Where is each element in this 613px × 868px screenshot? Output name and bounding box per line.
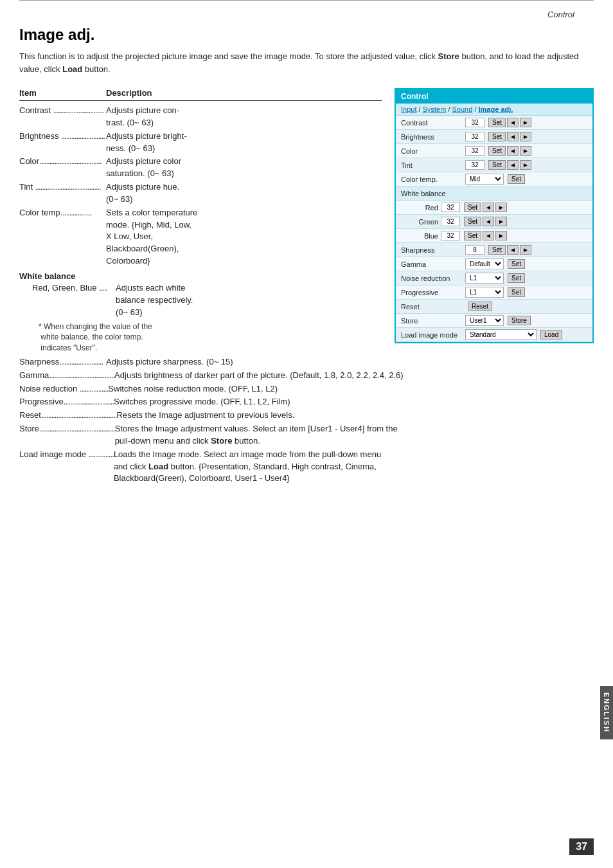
breadcrumb-sound[interactable]: Sound: [452, 105, 473, 113]
input-contrast[interactable]: [465, 118, 484, 127]
breadcrumb-imageadj[interactable]: Image adj.: [479, 105, 513, 113]
item-color: Color...................................…: [19, 156, 382, 180]
store-button[interactable]: Store: [508, 316, 531, 325]
label-sharpness: Sharpness: [401, 246, 465, 254]
left-column: Item Description Contrast ..............…: [19, 88, 382, 354]
input-color[interactable]: [465, 146, 484, 156]
input-sharpness[interactable]: [465, 245, 484, 255]
item-brightness: Brightness .......................... Ad…: [19, 131, 382, 155]
control-row-wb-header: White balance: [396, 186, 592, 201]
select-colortemp[interactable]: Mid High Low X Low User: [465, 174, 504, 185]
input-brightness[interactable]: [465, 132, 484, 141]
set-brightness-button[interactable]: Set: [488, 132, 506, 141]
inc-wb-blue-button[interactable]: ►: [495, 231, 507, 240]
dec-tint-button[interactable]: ◄: [507, 160, 519, 170]
breadcrumb-system[interactable]: System: [423, 105, 447, 113]
full-item-sharpness: Sharpness.......................... Adju…: [19, 356, 594, 368]
set-sharpness-button[interactable]: Set: [488, 245, 506, 255]
set-wb-blue-button[interactable]: Set: [464, 231, 481, 240]
set-wb-red-button[interactable]: Set: [464, 203, 481, 212]
control-row-load: Load image mode Standard Presentation Hi…: [396, 328, 592, 342]
full-items-section: Sharpness.......................... Adju…: [19, 356, 594, 485]
dec-contrast-button[interactable]: ◄: [507, 118, 519, 127]
item-name-colortemp: Color temp..................: [19, 208, 91, 217]
control-row-contrast: Contrast Set ◄ ►: [396, 116, 592, 130]
item-desc-tint: Adjusts picture hue.(0~ 63): [106, 181, 382, 206]
reset-button[interactable]: Reset: [468, 302, 492, 311]
label-brightness: Brightness: [401, 133, 465, 141]
select-progressive[interactable]: L1 OFF L2 Film: [465, 287, 504, 298]
set-noise-button[interactable]: Set: [508, 273, 525, 283]
dec-sharpness-button[interactable]: ◄: [507, 245, 519, 255]
item-desc-contrast: Adjusts picture con-trast. (0~ 63): [106, 105, 382, 129]
label-gamma: Gamma: [401, 260, 465, 268]
item-tint: Tint ...................................…: [19, 181, 382, 206]
item-desc-color: Adjusts picture colorsaturation. (0~ 63): [106, 156, 382, 180]
item-contrast: Contrast .............................. …: [19, 105, 382, 129]
select-gamma[interactable]: Default 1.8 2.0 2.2 2.4 2.6: [465, 258, 504, 269]
main-content: Image adj. This function is to adjust th…: [0, 19, 613, 512]
select-store[interactable]: User1 User2 User3 User4: [465, 315, 504, 326]
control-breadcrumb: Input / System / Sound / Image adj.: [396, 104, 592, 116]
input-wb-red[interactable]: [441, 203, 460, 212]
two-column-layout: Item Description Contrast ..............…: [19, 88, 594, 354]
full-item-noise: Noise reduction ................. Switch…: [19, 383, 594, 395]
inc-contrast-button[interactable]: ►: [520, 118, 531, 127]
set-colortemp-button[interactable]: Set: [508, 174, 525, 184]
intro-paragraph: This function is to adjust the projected…: [19, 50, 594, 75]
label-noise: Noise reduction: [401, 275, 465, 282]
label-tint: Tint: [401, 161, 465, 169]
label-load: Load image mode: [401, 331, 465, 339]
desc-reset-full: Resets the Image adjustment to previous …: [117, 410, 594, 422]
item-desc-brightness: Adjusts picture bright-ness. (0~ 63): [106, 131, 382, 155]
section-label: Control: [547, 10, 574, 19]
desc-sharpness-full: Adjusts picture sharpness. (0~ 15): [106, 356, 594, 368]
control-row-wb-blue: Blue Set ◄ ►: [396, 229, 592, 243]
page-container: Control Image adj. This function is to a…: [0, 0, 613, 868]
desc-progressive-full: Switches progressive mode. (OFF, L1, L2,…: [114, 396, 594, 408]
full-item-store: Store...................................…: [19, 423, 594, 448]
label-wb: White balance: [401, 190, 465, 197]
inc-sharpness-button[interactable]: ►: [520, 245, 531, 255]
full-item-progressive: Progressive.............................…: [19, 396, 594, 408]
control-panel-header: Control: [396, 89, 592, 104]
set-wb-green-button[interactable]: Set: [464, 217, 481, 226]
select-load[interactable]: Standard Presentation High contrast Cine…: [465, 329, 537, 340]
item-name-brightness: Brightness ..........................: [19, 131, 105, 141]
dec-wb-blue-button[interactable]: ◄: [483, 231, 494, 240]
input-wb-blue[interactable]: [441, 231, 460, 240]
set-contrast-button[interactable]: Set: [488, 118, 506, 127]
load-button[interactable]: Load: [540, 330, 562, 339]
wb-note: * When changing the value of the white b…: [19, 321, 382, 354]
inc-tint-button[interactable]: ►: [520, 160, 531, 170]
white-balance-section: White balance Red, Green, Blue ..... Adj…: [19, 271, 382, 354]
label-colortemp: Color temp.: [401, 176, 465, 183]
breadcrumb-input[interactable]: Input: [401, 105, 416, 113]
item-name-contrast: Contrast ..............................: [19, 105, 103, 115]
page-number: 37: [569, 838, 594, 855]
dec-wb-red-button[interactable]: ◄: [483, 203, 494, 212]
dec-color-button[interactable]: ◄: [507, 146, 519, 156]
inc-wb-green-button[interactable]: ►: [495, 217, 507, 226]
inc-wb-red-button[interactable]: ►: [495, 203, 507, 212]
desc-store-full: Stores the Image adjustment values. Sele…: [115, 423, 594, 448]
control-row-brightness: Brightness Set ◄ ►: [396, 130, 592, 144]
dec-wb-green-button[interactable]: ◄: [483, 217, 494, 226]
set-gamma-button[interactable]: Set: [508, 259, 525, 269]
select-noise[interactable]: L1 OFF L2: [465, 273, 504, 284]
control-ui: Control Input / System / Sound / Image a…: [395, 88, 594, 343]
input-wb-green[interactable]: [441, 217, 460, 226]
control-row-sharpness: Sharpness Set ◄ ►: [396, 243, 592, 257]
set-color-button[interactable]: Set: [488, 146, 506, 156]
wb-channels-name: Red, Green, Blue .....: [32, 283, 107, 293]
inc-color-button[interactable]: ►: [520, 146, 531, 156]
inc-brightness-button[interactable]: ►: [520, 132, 531, 141]
top-divider: Control: [19, 0, 594, 19]
set-progressive-button[interactable]: Set: [508, 287, 525, 297]
dec-brightness-button[interactable]: ◄: [507, 132, 519, 141]
label-progressive: Progressive: [401, 289, 465, 296]
desc-gamma-full: Adjusts brightness of darker part of the…: [114, 370, 594, 382]
input-tint[interactable]: [465, 160, 484, 170]
set-tint-button[interactable]: Set: [488, 160, 506, 170]
control-row-color: Color Set ◄ ►: [396, 144, 592, 158]
